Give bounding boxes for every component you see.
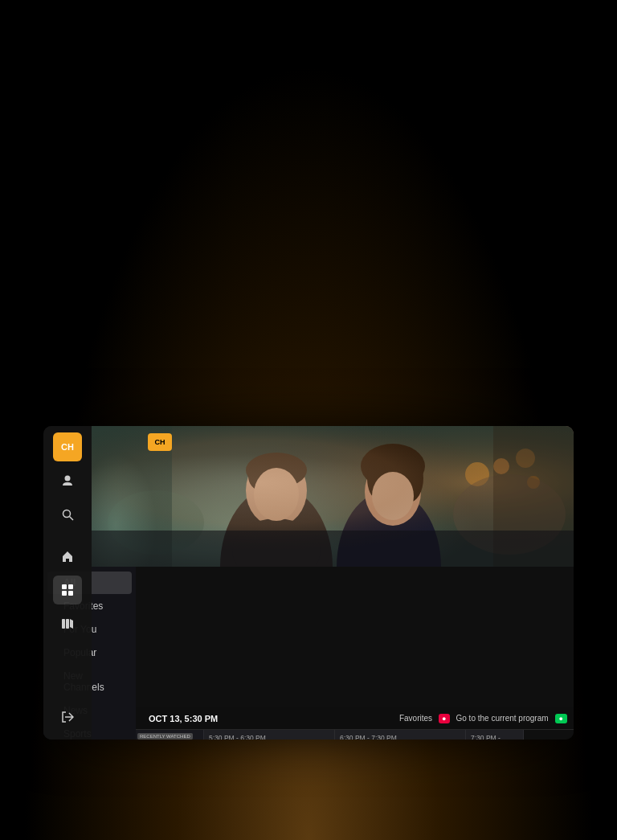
channel-logo-colors[interactable]: RECENTLY WATCHED COLORS IP-101 <box>136 730 204 740</box>
svg-rect-30 <box>68 591 73 596</box>
colors-program-2[interactable]: 6:30 PM - 7:30 PM Gourmet Galore: Delici… <box>335 730 466 740</box>
recently-watched-badge: RECENTLY WATCHED <box>137 733 193 740</box>
top-bar: CH <box>140 426 574 458</box>
program-time: 7:30 PM - <box>471 734 518 740</box>
svg-point-24 <box>65 476 71 481</box>
svg-rect-29 <box>62 591 67 596</box>
sidebar-guide-icon[interactable] <box>53 576 82 604</box>
sidebar: CH <box>43 426 92 740</box>
program-time: 5:30 PM - 6:30 PM <box>209 734 329 740</box>
channel-grid: RECENTLY WATCHED COLORS IP-101 5:30 PM -… <box>136 730 574 740</box>
favorites-badge[interactable]: ● <box>439 714 449 723</box>
goto-badge[interactable]: ● <box>555 714 567 723</box>
svg-line-26 <box>69 516 73 520</box>
sidebar-profile-icon[interactable] <box>53 466 82 495</box>
sidebar-search-icon[interactable] <box>53 500 82 529</box>
svg-rect-27 <box>62 584 67 589</box>
colors-program-3[interactable]: 7:30 PM - The Dav... <box>466 730 524 740</box>
hero-area: CH <box>92 426 574 567</box>
colors-programs: 5:30 PM - 6:30 PM The Culinary Chronicle… <box>204 730 574 740</box>
sidebar-exit-icon[interactable] <box>53 703 82 731</box>
datetime-text: OCT 13, 5:30 PM <box>149 714 218 723</box>
tv-screen: CH CH <box>43 426 574 740</box>
svg-rect-32 <box>66 619 69 629</box>
goto-label: Go to the current program <box>456 714 549 723</box>
favorites-controls: Favorites ● Go to the current program ● <box>399 714 567 723</box>
datetime-bar: OCT 13, 5:30 PM Favorites ● Go to the cu… <box>136 707 574 730</box>
svg-rect-28 <box>68 584 73 589</box>
svg-rect-23 <box>92 531 574 567</box>
favorites-label: Favorites <box>399 714 432 723</box>
colors-program-1[interactable]: 5:30 PM - 6:30 PM The Culinary Chronicle… <box>204 730 335 740</box>
svg-rect-31 <box>62 619 65 629</box>
svg-point-25 <box>63 510 70 517</box>
outer-background: CH CH <box>0 0 617 840</box>
channel-top-logo[interactable]: CH <box>148 433 172 451</box>
sidebar-home-icon[interactable] <box>53 542 82 571</box>
sidebar-library-icon[interactable] <box>53 609 82 638</box>
channel-row-colors: RECENTLY WATCHED COLORS IP-101 5:30 PM -… <box>136 730 574 740</box>
program-time: 6:30 PM - 7:30 PM <box>340 734 460 740</box>
guide-area: OCT 13, 5:30 PM Favorites ● Go to the cu… <box>43 567 574 740</box>
sidebar-channel-icon[interactable]: CH <box>53 432 82 461</box>
